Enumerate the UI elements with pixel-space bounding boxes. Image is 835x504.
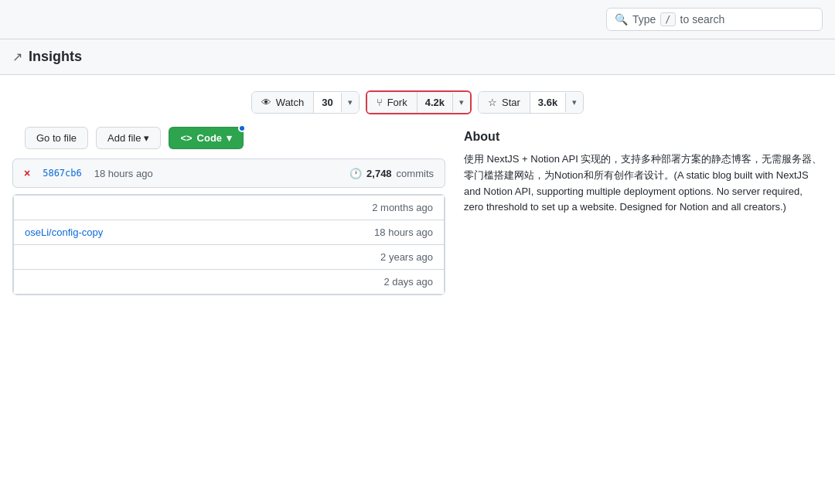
commits-row: × 5867cb6 18 hours ago 🕐 2,748 commits (12, 158, 445, 188)
insights-bar: ↗ Insights (0, 39, 835, 75)
file-actions: Go to file Add file ▾ <> Code ▾ (25, 127, 445, 158)
main-content: 👁 Watch 30 ▾ ⑂ Fork 4.2k ▾ ☆ Star 3.6k ▾ (0, 75, 835, 295)
commits-count[interactable]: 2,748 (366, 168, 392, 179)
fork-count[interactable]: 4.2k (417, 92, 452, 113)
top-bar: 🔍 Type / to search (0, 0, 835, 39)
search-box[interactable]: 🔍 Type / to search (606, 8, 823, 31)
about-text: 使用 NextJS + Notion API 实现的，支持多种部署方案的静态博客… (464, 152, 823, 216)
watch-caret-icon[interactable]: ▾ (341, 93, 359, 112)
file-row-time-1: 18 hours ago (374, 226, 433, 238)
file-list: 2 months ago oseLi/config-copy 18 hours … (12, 194, 445, 295)
search-suffix: to search (680, 13, 725, 26)
fork-caret-icon[interactable]: ▾ (452, 93, 470, 112)
code-btn-dot (238, 124, 246, 132)
left-column: Go to file Add file ▾ <> Code ▾ × 5867cb… (12, 127, 445, 295)
star-button-group: ☆ Star 3.6k ▾ (478, 91, 584, 114)
two-col-layout: Go to file Add file ▾ <> Code ▾ × 5867cb… (0, 127, 835, 295)
code-button[interactable]: <> Code ▾ (169, 127, 244, 149)
file-row-time-2: 2 years ago (380, 251, 433, 263)
add-file-caret-icon: ▾ (144, 132, 149, 144)
search-kbd: / (660, 12, 675, 26)
file-row: 2 months ago (13, 195, 445, 220)
star-count[interactable]: 3.6k (530, 92, 565, 113)
search-text: Type (632, 13, 656, 26)
insights-icon: ↗ (12, 49, 22, 64)
commit-time: 18 hours ago (94, 168, 153, 179)
file-row-time-0: 2 months ago (372, 202, 433, 213)
watch-button-group: 👁 Watch 30 ▾ (251, 91, 360, 114)
star-caret-icon[interactable]: ▾ (565, 93, 583, 112)
file-row: 2 years ago (13, 245, 445, 270)
watch-button[interactable]: 👁 Watch (252, 92, 313, 113)
fork-icon: ⑂ (377, 97, 383, 108)
code-caret-icon: ▾ (227, 132, 232, 144)
star-icon: ☆ (488, 97, 497, 108)
go-to-file-button[interactable]: Go to file (25, 127, 88, 149)
file-row: oseLi/config-copy 18 hours ago (13, 220, 445, 245)
about-title: About (464, 130, 823, 144)
file-row-time-3: 2 days ago (383, 276, 433, 288)
action-row: 👁 Watch 30 ▾ ⑂ Fork 4.2k ▾ ☆ Star 3.6k ▾ (0, 75, 835, 127)
add-file-button[interactable]: Add file ▾ (96, 127, 161, 149)
insights-label: Insights (29, 49, 82, 65)
star-button[interactable]: ☆ Star (479, 92, 530, 113)
clock-icon: 🕐 (349, 168, 362, 179)
fork-button[interactable]: ⑂ Fork (367, 92, 417, 113)
code-icon: <> (180, 132, 192, 144)
search-icon: 🔍 (615, 13, 628, 26)
commit-status-icon: × (24, 167, 30, 179)
fork-button-group: ⑂ Fork 4.2k ▾ (366, 90, 472, 114)
file-row-name-1[interactable]: oseLi/config-copy (25, 226, 103, 238)
eye-icon: 👁 (261, 97, 271, 108)
file-row: 2 days ago (13, 270, 445, 295)
commit-hash[interactable]: 5867cb6 (43, 168, 82, 179)
commits-label: commits (397, 168, 434, 179)
watch-count[interactable]: 30 (313, 92, 340, 113)
commits-right: 🕐 2,748 commits (349, 168, 434, 179)
right-column: About 使用 NextJS + Notion API 实现的，支持多种部署方… (464, 127, 823, 295)
